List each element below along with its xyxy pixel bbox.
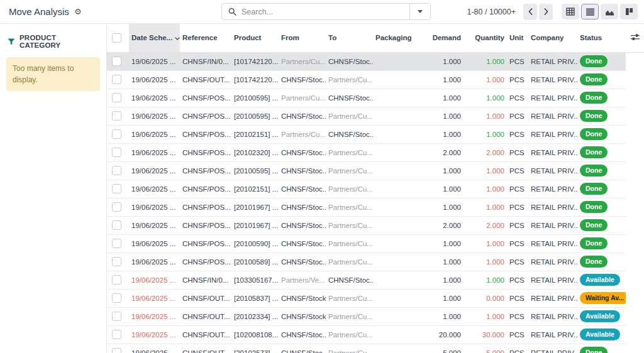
table-row[interactable]: 19/06/2025 ...CHNSF/POS...[20100590] ...… — [107, 234, 644, 253]
table-row[interactable]: 19/06/2025 ...CHNSF/POS...[20101967] ...… — [107, 216, 644, 234]
row-checkbox[interactable] — [112, 93, 121, 102]
graph-view-button[interactable] — [601, 4, 618, 19]
sidebar-section-product-category[interactable]: PRODUCT CATEGORY — [0, 34, 106, 49]
graph-view-icon — [605, 8, 614, 16]
table-row[interactable]: 19/06/2025 ...CHNSF/OUT...[20105837] ...… — [107, 289, 644, 307]
product-cell: [20101967] ... — [234, 222, 278, 229]
pivot-view-icon — [566, 8, 575, 16]
to-cell: Partners/Cu... — [328, 112, 373, 120]
table-row[interactable]: 19/06/2025 ...CHNSF/POS...[20100595] ...… — [107, 161, 644, 180]
demand-cell: 2.000 — [443, 149, 461, 156]
column-header-packaging[interactable]: Packaging — [373, 24, 418, 52]
quantity-cell: 1.000 — [486, 131, 504, 138]
date-cell: 19/06/2025 ... — [131, 131, 175, 138]
reference-cell: CHNSF/POS... — [182, 149, 231, 156]
row-checkbox[interactable] — [112, 312, 121, 321]
status-badge: Done — [580, 347, 608, 353]
reference-cell: CHNSF/IN/0... — [182, 276, 228, 284]
list-view-button[interactable] — [581, 4, 599, 19]
table-row[interactable]: 19/06/2025 ...CHNSF/OUT...[101742120...C… — [107, 70, 644, 89]
table-row[interactable]: 19/06/2025 ...CHNSF/IN/0...[101742120...… — [107, 52, 644, 70]
company-cell: RETAIL PRIV... — [531, 313, 577, 320]
row-checkbox[interactable] — [112, 348, 121, 353]
pager-next-button[interactable] — [539, 4, 553, 20]
quantity-cell: 1.000 — [486, 240, 504, 247]
row-checkbox[interactable] — [112, 220, 121, 230]
from-cell: CHNSF/Stoc... — [281, 258, 326, 266]
table-row[interactable]: 19/06/2025 ...CHNSF/POS...[20100595] ...… — [107, 89, 644, 107]
optional-columns-icon[interactable] — [631, 33, 640, 41]
column-header-to[interactable]: To — [326, 24, 373, 52]
table-row[interactable]: 19/06/2025 ...CHNSF/OUT...[20102573] ...… — [107, 344, 644, 353]
table-row[interactable]: 19/06/2025 ...CHNSF/POS...[20101967] ...… — [107, 198, 644, 216]
pivot-view-button[interactable] — [562, 4, 579, 19]
column-header-from[interactable]: From — [279, 24, 326, 52]
from-cell: CHNSF/Stoc... — [281, 240, 326, 247]
table-row[interactable]: 19/06/2025 ...CHNSF/IN/0...[103305167...… — [107, 271, 644, 289]
row-checkbox[interactable] — [112, 166, 121, 175]
column-header-status[interactable]: Status — [577, 24, 626, 52]
settings-gear-icon[interactable]: ⚙ — [74, 8, 82, 16]
company-cell: RETAIL PRIV... — [531, 331, 577, 339]
column-header-company[interactable]: Company — [528, 24, 577, 52]
table-row[interactable]: 19/06/2025 ...CHNSF/POS...[20100589] ...… — [107, 253, 644, 271]
status-badge: Done — [580, 146, 608, 158]
kanban-view-button[interactable] — [620, 4, 638, 19]
table-row[interactable]: 19/06/2025 ...CHNSF/OUT...[102008108...C… — [107, 325, 644, 344]
search-options-toggle[interactable] — [409, 4, 430, 19]
company-cell: RETAIL PRIV... — [531, 204, 577, 211]
unit-cell: PCS — [509, 185, 525, 193]
row-checkbox[interactable] — [112, 148, 121, 157]
date-cell: 19/06/2025 ... — [131, 204, 175, 211]
row-checkbox[interactable] — [112, 330, 121, 339]
column-label: Unit — [509, 34, 523, 41]
row-checkbox[interactable] — [112, 275, 121, 285]
date-cell: 19/06/2025 ... — [131, 185, 175, 193]
unit-cell: PCS — [509, 131, 525, 138]
row-checkbox[interactable] — [112, 75, 121, 84]
demand-cell: 1.000 — [443, 295, 461, 302]
search-bar[interactable] — [221, 3, 431, 20]
row-checkbox[interactable] — [112, 184, 121, 193]
demand-cell: 20.000 — [439, 331, 461, 339]
reference-cell: CHNSF/POS... — [182, 204, 231, 211]
status-badge: Done — [580, 128, 608, 139]
column-header-date[interactable]: Date Sche... — [129, 24, 180, 52]
unit-cell: PCS — [509, 240, 525, 247]
from-cell: CHNSF/Stoc... — [281, 349, 326, 353]
row-checkbox[interactable] — [112, 202, 121, 212]
date-cell: 19/06/2025 ... — [131, 58, 175, 65]
product-cell: [20102573] ... — [234, 349, 278, 353]
row-checkbox[interactable] — [112, 111, 121, 121]
kanban-view-icon — [625, 8, 633, 16]
table-row[interactable]: 19/06/2025 ...CHNSF/POS...[20102151] ...… — [107, 125, 644, 143]
column-header-unit[interactable]: Unit — [507, 24, 528, 52]
column-header-reference[interactable]: Reference — [180, 24, 231, 52]
pager-previous-button[interactable] — [523, 4, 537, 20]
column-label: Status — [580, 34, 602, 41]
row-checkbox[interactable] — [112, 239, 121, 248]
from-cell: Partners/Cu... — [281, 131, 326, 138]
product-cell: [102008108... — [234, 331, 278, 339]
reference-cell: CHNSF/OUT... — [182, 331, 230, 339]
row-checkbox[interactable] — [112, 293, 121, 303]
column-header-quantity[interactable]: Quantity — [464, 24, 507, 52]
column-header-demand[interactable]: Demand — [418, 24, 464, 52]
reference-cell: CHNSF/POS... — [182, 112, 231, 120]
row-checkbox[interactable] — [112, 129, 121, 139]
status-badge: Done — [580, 55, 608, 67]
column-label: To — [328, 34, 336, 41]
table-row[interactable]: 19/06/2025 ...CHNSF/POS...[20100595] ...… — [107, 107, 644, 125]
table-row[interactable]: 19/06/2025 ...CHNSF/OUT...[20102334] ...… — [107, 307, 644, 325]
search-input[interactable] — [242, 8, 409, 16]
select-all-checkbox[interactable] — [112, 33, 121, 43]
table-row[interactable]: 19/06/2025 ...CHNSF/POS...[20102151] ...… — [107, 180, 644, 198]
demand-cell: 1.000 — [443, 76, 461, 84]
table-row[interactable]: 19/06/2025 ...CHNSF/POS...[20102320] ...… — [107, 143, 644, 161]
column-header-product[interactable]: Product — [231, 24, 279, 52]
row-checkbox[interactable] — [112, 57, 121, 66]
row-checkbox[interactable] — [112, 257, 121, 266]
too-many-items-notice: Too many items to display. — [6, 57, 100, 91]
main-area: PRODUCT CATEGORY Too many items to displ… — [0, 24, 644, 353]
from-cell: CHNSF/Stoc... — [281, 112, 326, 120]
